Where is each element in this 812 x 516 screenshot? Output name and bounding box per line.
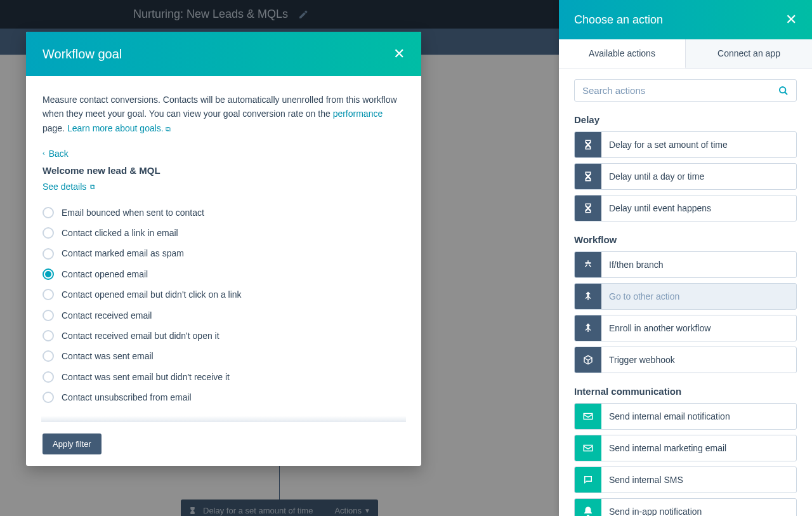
section-title: Delay bbox=[574, 114, 797, 125]
action-item[interactable]: Send in-app notification bbox=[574, 498, 797, 516]
hourglass-icon bbox=[575, 132, 601, 157]
tab-available-actions[interactable]: Available actions bbox=[559, 39, 686, 69]
learn-more-link[interactable]: Learn more about goals.⧉ bbox=[67, 123, 171, 133]
action-item[interactable]: If/then branch bbox=[574, 251, 797, 278]
chevron-left-icon: ‹ bbox=[43, 148, 45, 159]
action-section: Internal communicationSend internal emai… bbox=[574, 386, 797, 516]
goal-option-label: Contact opened email but didn't click on… bbox=[62, 288, 242, 301]
search-input[interactable] bbox=[582, 85, 778, 96]
goal-option-label: Contact received email bbox=[62, 308, 152, 322]
hourglass-icon bbox=[575, 164, 601, 189]
action-section: WorkflowIf/then branchGo to other action… bbox=[574, 234, 797, 373]
apply-filter-button[interactable]: Apply filter bbox=[43, 433, 102, 454]
panel-header: Choose an action ✕ bbox=[559, 0, 812, 39]
action-label: Send internal email notification bbox=[601, 404, 730, 429]
choose-action-panel: Choose an action ✕ Available actions Con… bbox=[559, 0, 812, 516]
action-item[interactable]: Send internal email notification bbox=[574, 403, 797, 430]
workflow-goal-modal: Workflow goal ✕ Measure contact conversi… bbox=[26, 32, 421, 466]
action-item[interactable]: Enroll in another workflow bbox=[574, 315, 797, 341]
see-details-link[interactable]: See details ⧉ bbox=[43, 180, 95, 194]
goal-option-label: Contact was sent email but didn't receiv… bbox=[62, 370, 230, 384]
action-label: Delay for a set amount of time bbox=[601, 132, 728, 157]
external-link-icon: ⧉ bbox=[90, 182, 95, 193]
tab-connect-app[interactable]: Connect an app bbox=[686, 39, 812, 69]
modal-description: Measure contact conversions. Contacts wi… bbox=[43, 93, 405, 135]
panel-title: Choose an action bbox=[574, 13, 663, 27]
radio-icon bbox=[43, 207, 54, 218]
close-icon[interactable]: ✕ bbox=[393, 46, 405, 62]
radio-icon bbox=[43, 350, 54, 362]
action-item[interactable]: Delay until a day or time bbox=[574, 163, 797, 190]
section-title: Workflow bbox=[574, 234, 797, 245]
goal-option-label: Contact clicked a link in email bbox=[62, 226, 178, 240]
goal-option-label: Email bounced when sent to contact bbox=[62, 206, 204, 220]
back-link[interactable]: ‹ Back bbox=[43, 147, 69, 161]
action-section: DelayDelay for a set amount of timeDelay… bbox=[574, 114, 797, 222]
search-actions-box[interactable] bbox=[574, 79, 797, 102]
action-item[interactable]: Send internal SMS bbox=[574, 466, 797, 493]
close-icon[interactable]: ✕ bbox=[785, 11, 797, 28]
action-label: Go to other action bbox=[601, 284, 679, 309]
panel-content: DelayDelay for a set amount of timeDelay… bbox=[559, 69, 812, 516]
bell-icon bbox=[575, 499, 601, 516]
goal-option[interactable]: Contact received email but didn't open i… bbox=[43, 329, 405, 343]
merge-icon bbox=[575, 315, 601, 341]
action-item[interactable]: Delay until event happens bbox=[574, 195, 797, 222]
envelope-icon bbox=[575, 404, 601, 429]
performance-link[interactable]: performance bbox=[333, 109, 383, 119]
radio-icon bbox=[43, 371, 54, 383]
goal-option[interactable]: Contact was sent email but didn't receiv… bbox=[43, 370, 405, 384]
action-item[interactable]: Send internal marketing email bbox=[574, 435, 797, 461]
goal-option-label: Contact unsubscribed from email bbox=[62, 390, 192, 404]
action-label: Enroll in another workflow bbox=[601, 315, 710, 341]
action-label: Send internal SMS bbox=[601, 467, 683, 493]
action-item[interactable]: Trigger webhook bbox=[574, 347, 797, 373]
goal-option[interactable]: Contact was sent email bbox=[43, 349, 405, 363]
section-title: Internal communication bbox=[574, 386, 797, 397]
goal-option-label: Contact was sent email bbox=[62, 349, 154, 363]
action-label: Trigger webhook bbox=[601, 347, 675, 373]
external-link-icon: ⧉ bbox=[166, 125, 171, 133]
modal-header: Workflow goal ✕ bbox=[26, 32, 421, 76]
svg-point-0 bbox=[780, 87, 785, 93]
panel-tabs: Available actions Connect an app bbox=[559, 39, 812, 69]
goal-option[interactable]: Contact received email bbox=[43, 308, 405, 322]
goal-option-label: Contact received email but didn't open i… bbox=[62, 329, 219, 343]
goal-option[interactable]: Contact clicked a link in email bbox=[43, 226, 405, 240]
action-label: Delay until event happens bbox=[601, 195, 711, 221]
action-label: If/then branch bbox=[601, 252, 664, 277]
goal-option[interactable]: Contact unsubscribed from email bbox=[43, 390, 405, 404]
goal-option-label: Contact opened email bbox=[62, 267, 148, 281]
goal-option-label: Contact marked email as spam bbox=[62, 246, 184, 260]
goal-option[interactable]: Contact marked email as spam bbox=[43, 246, 405, 260]
hourglass-icon bbox=[575, 195, 601, 221]
goal-name: Welcome new lead & MQL bbox=[43, 163, 405, 178]
action-item[interactable]: Delay for a set amount of time bbox=[574, 131, 797, 158]
radio-icon bbox=[43, 392, 54, 403]
goal-option[interactable]: Contact opened email bbox=[43, 267, 405, 281]
radio-icon bbox=[43, 248, 54, 260]
modal-title: Workflow goal bbox=[43, 47, 122, 62]
cube-icon bbox=[575, 347, 601, 373]
envelope-icon bbox=[575, 435, 601, 461]
goal-options-list: Email bounced when sent to contactContac… bbox=[43, 206, 405, 405]
goal-option[interactable]: Email bounced when sent to contact bbox=[43, 206, 405, 220]
radio-icon bbox=[43, 330, 54, 341]
goal-option[interactable]: Contact opened email but didn't click on… bbox=[43, 288, 405, 301]
scroll-shadow bbox=[41, 416, 406, 422]
action-item[interactable]: Go to other action bbox=[574, 283, 797, 310]
action-label: Send internal marketing email bbox=[601, 435, 726, 461]
search-icon bbox=[778, 86, 789, 96]
modal-body: Measure contact conversions. Contacts wi… bbox=[26, 76, 421, 466]
radio-icon bbox=[43, 289, 54, 300]
svg-line-1 bbox=[785, 92, 787, 95]
radio-icon bbox=[43, 268, 54, 280]
radio-icon bbox=[43, 227, 54, 239]
action-label: Delay until a day or time bbox=[601, 164, 704, 189]
branch-icon bbox=[575, 252, 601, 277]
action-label: Send in-app notification bbox=[601, 499, 702, 516]
merge-icon bbox=[575, 284, 601, 309]
chat-icon bbox=[575, 467, 601, 493]
radio-icon bbox=[43, 310, 54, 321]
